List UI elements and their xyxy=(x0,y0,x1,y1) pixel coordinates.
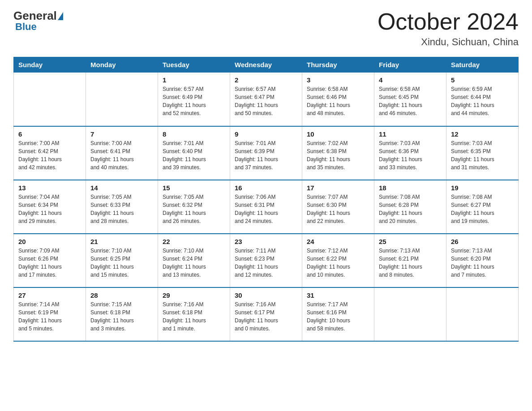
day-info: Sunrise: 7:09 AM Sunset: 6:26 PM Dayligh… xyxy=(18,247,81,279)
calendar-header-friday: Friday xyxy=(374,57,446,73)
calendar-cell: 7Sunrise: 7:00 AM Sunset: 6:41 PM Daylig… xyxy=(86,126,158,180)
day-info: Sunrise: 7:17 AM Sunset: 6:16 PM Dayligh… xyxy=(307,300,369,333)
calendar-cell: 2Sunrise: 6:57 AM Sunset: 6:47 PM Daylig… xyxy=(230,73,302,126)
calendar-header-sunday: Sunday xyxy=(14,57,86,73)
day-info: Sunrise: 7:07 AM Sunset: 6:30 PM Dayligh… xyxy=(307,193,369,225)
day-number: 13 xyxy=(18,184,81,192)
day-number: 20 xyxy=(18,238,81,245)
day-number: 12 xyxy=(451,130,514,138)
calendar-week-row: 1Sunrise: 6:57 AM Sunset: 6:49 PM Daylig… xyxy=(14,73,519,126)
day-info: Sunrise: 7:10 AM Sunset: 6:25 PM Dayligh… xyxy=(90,247,153,279)
calendar-cell: 22Sunrise: 7:10 AM Sunset: 6:24 PM Dayli… xyxy=(158,234,230,287)
day-info: Sunrise: 6:57 AM Sunset: 6:47 PM Dayligh… xyxy=(235,85,297,117)
calendar-cell: 27Sunrise: 7:14 AM Sunset: 6:19 PM Dayli… xyxy=(14,287,86,341)
calendar-table: SundayMondayTuesdayWednesdayThursdayFrid… xyxy=(13,57,519,342)
day-info: Sunrise: 7:05 AM Sunset: 6:32 PM Dayligh… xyxy=(163,193,225,225)
calendar-cell: 11Sunrise: 7:03 AM Sunset: 6:36 PM Dayli… xyxy=(374,126,446,180)
day-number: 30 xyxy=(235,291,297,299)
day-info: Sunrise: 7:15 AM Sunset: 6:18 PM Dayligh… xyxy=(90,300,153,333)
day-number: 2 xyxy=(235,76,297,84)
day-info: Sunrise: 7:12 AM Sunset: 6:22 PM Dayligh… xyxy=(307,247,369,279)
calendar-cell: 4Sunrise: 6:58 AM Sunset: 6:45 PM Daylig… xyxy=(374,73,446,126)
calendar-week-row: 27Sunrise: 7:14 AM Sunset: 6:19 PM Dayli… xyxy=(14,287,519,341)
calendar-cell: 26Sunrise: 7:13 AM Sunset: 6:20 PM Dayli… xyxy=(446,234,519,287)
month-title: October 2024 xyxy=(378,9,519,34)
day-info: Sunrise: 7:00 AM Sunset: 6:41 PM Dayligh… xyxy=(90,139,153,171)
calendar-cell: 14Sunrise: 7:05 AM Sunset: 6:33 PM Dayli… xyxy=(86,180,158,234)
calendar-cell: 17Sunrise: 7:07 AM Sunset: 6:30 PM Dayli… xyxy=(302,180,374,234)
day-info: Sunrise: 7:00 AM Sunset: 6:42 PM Dayligh… xyxy=(18,139,81,171)
day-number: 16 xyxy=(235,184,297,192)
day-number: 23 xyxy=(235,238,297,245)
day-number: 7 xyxy=(90,130,153,138)
day-info: Sunrise: 7:08 AM Sunset: 6:28 PM Dayligh… xyxy=(379,193,442,225)
day-info: Sunrise: 7:08 AM Sunset: 6:27 PM Dayligh… xyxy=(451,193,514,225)
calendar-cell: 29Sunrise: 7:16 AM Sunset: 6:18 PM Dayli… xyxy=(158,287,230,341)
calendar-cell: 23Sunrise: 7:11 AM Sunset: 6:23 PM Dayli… xyxy=(230,234,302,287)
day-info: Sunrise: 7:05 AM Sunset: 6:33 PM Dayligh… xyxy=(90,193,153,225)
location-text: Xindu, Sichuan, China xyxy=(378,36,519,48)
day-number: 24 xyxy=(307,238,369,245)
day-info: Sunrise: 7:14 AM Sunset: 6:19 PM Dayligh… xyxy=(18,300,81,333)
day-info: Sunrise: 7:01 AM Sunset: 6:39 PM Dayligh… xyxy=(235,139,297,171)
calendar-cell: 10Sunrise: 7:02 AM Sunset: 6:38 PM Dayli… xyxy=(302,126,374,180)
calendar-cell: 30Sunrise: 7:16 AM Sunset: 6:17 PM Dayli… xyxy=(230,287,302,341)
calendar-cell: 25Sunrise: 7:13 AM Sunset: 6:21 PM Dayli… xyxy=(374,234,446,287)
calendar-header-row: SundayMondayTuesdayWednesdayThursdayFrid… xyxy=(14,57,519,73)
calendar-week-row: 6Sunrise: 7:00 AM Sunset: 6:42 PM Daylig… xyxy=(14,126,519,180)
day-number: 10 xyxy=(307,130,369,138)
calendar-cell: 20Sunrise: 7:09 AM Sunset: 6:26 PM Dayli… xyxy=(14,234,86,287)
day-number: 1 xyxy=(163,76,225,84)
day-info: Sunrise: 6:59 AM Sunset: 6:44 PM Dayligh… xyxy=(451,85,514,117)
day-number: 3 xyxy=(307,76,369,84)
calendar-cell: 3Sunrise: 6:58 AM Sunset: 6:46 PM Daylig… xyxy=(302,73,374,126)
title-area: October 2024 Xindu, Sichuan, China xyxy=(378,9,519,48)
day-number: 6 xyxy=(18,130,81,138)
day-number: 9 xyxy=(235,130,297,138)
calendar-cell: 15Sunrise: 7:05 AM Sunset: 6:32 PM Dayli… xyxy=(158,180,230,234)
logo-triangle-icon xyxy=(58,12,63,20)
calendar-cell: 13Sunrise: 7:04 AM Sunset: 6:34 PM Dayli… xyxy=(14,180,86,234)
day-number: 22 xyxy=(163,238,225,245)
day-info: Sunrise: 7:03 AM Sunset: 6:36 PM Dayligh… xyxy=(379,139,442,171)
day-info: Sunrise: 6:58 AM Sunset: 6:45 PM Dayligh… xyxy=(379,85,442,117)
day-number: 11 xyxy=(379,130,442,138)
day-info: Sunrise: 6:58 AM Sunset: 6:46 PM Dayligh… xyxy=(307,85,369,117)
day-number: 5 xyxy=(451,76,514,84)
logo-blue-text: Blue xyxy=(15,21,37,33)
calendar-cell: 16Sunrise: 7:06 AM Sunset: 6:31 PM Dayli… xyxy=(230,180,302,234)
calendar-cell xyxy=(86,73,158,126)
calendar-cell xyxy=(14,73,86,126)
day-info: Sunrise: 7:16 AM Sunset: 6:18 PM Dayligh… xyxy=(163,300,225,333)
calendar-cell: 21Sunrise: 7:10 AM Sunset: 6:25 PM Dayli… xyxy=(86,234,158,287)
day-number: 31 xyxy=(307,291,369,299)
day-number: 19 xyxy=(451,184,514,192)
day-number: 8 xyxy=(163,130,225,138)
day-number: 26 xyxy=(451,238,514,245)
day-info: Sunrise: 7:13 AM Sunset: 6:20 PM Dayligh… xyxy=(451,247,514,279)
day-info: Sunrise: 7:16 AM Sunset: 6:17 PM Dayligh… xyxy=(235,300,297,333)
day-info: Sunrise: 7:02 AM Sunset: 6:38 PM Dayligh… xyxy=(307,139,369,171)
calendar-header-thursday: Thursday xyxy=(302,57,374,73)
day-info: Sunrise: 7:01 AM Sunset: 6:40 PM Dayligh… xyxy=(163,139,225,171)
day-info: Sunrise: 7:10 AM Sunset: 6:24 PM Dayligh… xyxy=(163,247,225,279)
calendar-cell: 9Sunrise: 7:01 AM Sunset: 6:39 PM Daylig… xyxy=(230,126,302,180)
day-number: 18 xyxy=(379,184,442,192)
day-number: 4 xyxy=(379,76,442,84)
day-info: Sunrise: 7:03 AM Sunset: 6:35 PM Dayligh… xyxy=(451,139,514,171)
day-info: Sunrise: 7:04 AM Sunset: 6:34 PM Dayligh… xyxy=(18,193,81,225)
calendar-cell: 19Sunrise: 7:08 AM Sunset: 6:27 PM Dayli… xyxy=(446,180,519,234)
day-info: Sunrise: 7:06 AM Sunset: 6:31 PM Dayligh… xyxy=(235,193,297,225)
calendar-cell: 5Sunrise: 6:59 AM Sunset: 6:44 PM Daylig… xyxy=(446,73,519,126)
calendar-cell: 6Sunrise: 7:00 AM Sunset: 6:42 PM Daylig… xyxy=(14,126,86,180)
day-number: 14 xyxy=(90,184,153,192)
day-info: Sunrise: 7:11 AM Sunset: 6:23 PM Dayligh… xyxy=(235,247,297,279)
calendar-week-row: 20Sunrise: 7:09 AM Sunset: 6:26 PM Dayli… xyxy=(14,234,519,287)
calendar-header-tuesday: Tuesday xyxy=(158,57,230,73)
calendar-cell: 31Sunrise: 7:17 AM Sunset: 6:16 PM Dayli… xyxy=(302,287,374,341)
calendar-cell xyxy=(446,287,519,341)
calendar-cell: 12Sunrise: 7:03 AM Sunset: 6:35 PM Dayli… xyxy=(446,126,519,180)
day-number: 17 xyxy=(307,184,369,192)
calendar-header-monday: Monday xyxy=(86,57,158,73)
day-number: 27 xyxy=(18,291,81,299)
